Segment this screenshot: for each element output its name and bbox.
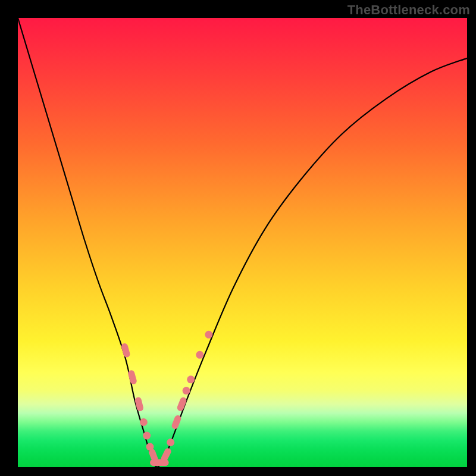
plot-area (18, 18, 467, 467)
marker-dot (140, 418, 148, 426)
curve-path (18, 18, 467, 467)
marker-dot (187, 375, 195, 383)
marker-dot (167, 439, 174, 446)
chart-frame: TheBottleneck.com (0, 0, 476, 476)
watermark-text: TheBottleneck.com (347, 2, 470, 18)
marker-dot (196, 351, 203, 359)
marker-dot (143, 432, 151, 440)
marker-dot (205, 331, 212, 339)
marker-pill (171, 414, 182, 430)
bottleneck-curve (18, 18, 467, 467)
marker-pill (121, 343, 131, 358)
marker-pill (160, 447, 173, 462)
marker-dot (183, 387, 190, 394)
marker-pill (127, 369, 137, 385)
